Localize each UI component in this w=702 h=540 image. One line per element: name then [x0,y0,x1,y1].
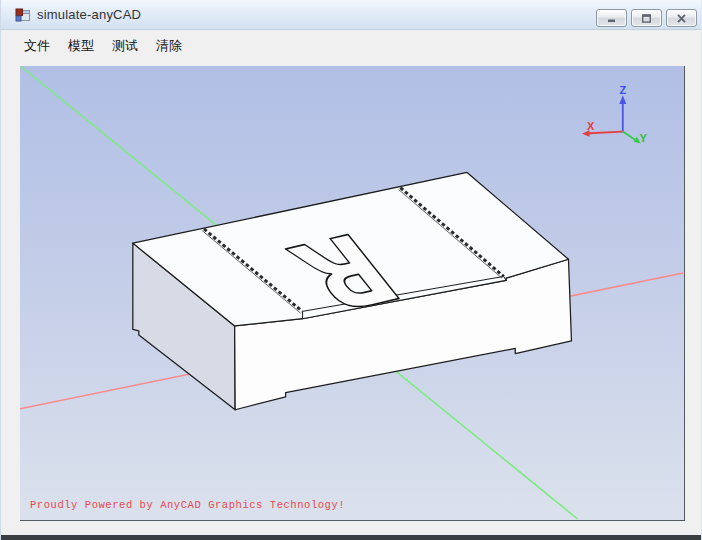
menu-item-model[interactable]: 模型 [59,34,103,58]
menu-item-file[interactable]: 文件 [15,34,59,58]
model-chip-resistor: R [133,172,572,409]
triad-y-axis: Y [623,132,648,144]
3d-viewport[interactable]: R Z X Y Proudly Powered by AnyCAD Graphi… [20,66,685,521]
branding-overlay-text: Proudly Powered by AnyCAD Graphics Techn… [30,499,345,511]
menu-item-test[interactable]: 测试 [103,34,147,58]
triad-z-axis: Z [619,84,626,132]
menubar: 文件 模型 测试 清除 [1,31,702,60]
minimize-button[interactable] [596,9,627,27]
close-button[interactable] [666,9,697,27]
app-window: { "window": { "title": "simulate-anyCAD"… [0,0,702,540]
maximize-button[interactable] [631,9,662,27]
maximize-icon [641,14,652,23]
orientation-triad: Z X Y [582,84,647,144]
titlebar: simulate-anyCAD [1,0,702,30]
window-bottom-margin [1,521,702,535]
triad-y-label: Y [639,132,647,144]
window-bottom-edge [1,535,702,540]
close-icon [676,14,687,23]
triad-z-label: Z [619,84,626,96]
window-title: simulate-anyCAD [37,7,141,22]
minimize-icon [606,14,617,23]
3d-scene-canvas: R Z X Y [20,66,684,520]
menu-item-clear[interactable]: 清除 [147,34,191,58]
triad-x-axis: X [582,120,623,137]
triad-x-label: X [587,120,595,132]
window-controls [596,9,697,27]
app-icon [15,7,31,23]
